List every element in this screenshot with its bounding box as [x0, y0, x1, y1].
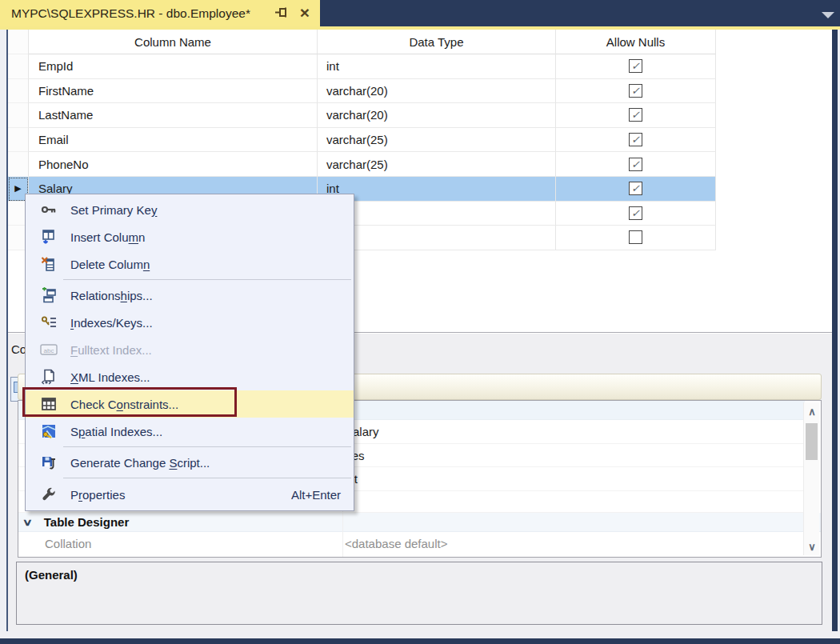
column-name-cell[interactable]: PhoneNo [29, 152, 318, 177]
frame-left-pad [0, 30, 6, 638]
menu-item-label: Insert Column [70, 230, 145, 244]
menu-item-label: XML Indexes... [70, 370, 150, 384]
allow-nulls-checkbox[interactable] [629, 230, 642, 244]
table-row[interactable]: Email varchar(25) ✓ [8, 128, 716, 153]
check-constraints-icon [35, 396, 62, 412]
scroll-down-icon[interactable]: ∨ [804, 539, 820, 554]
menu-item-properties[interactable]: Properties Alt+Enter [26, 480, 354, 509]
column-name-cell[interactable]: Email [29, 128, 318, 153]
allow-nulls-checkbox[interactable]: ✓ [629, 133, 642, 146]
menu-item-label: Delete Column [70, 258, 150, 271]
data-type-cell[interactable]: varchar(25) [318, 152, 556, 177]
properties-scrollbar[interactable]: ∧ ∨ [803, 402, 819, 555]
svg-text:abc: abc [44, 347, 54, 354]
row-gutter[interactable] [8, 128, 29, 153]
spatial-indexes-icon [35, 423, 62, 439]
header-allow-nulls[interactable]: Allow Nulls [556, 30, 716, 54]
allow-nulls-cell: ✓ [556, 54, 716, 79]
scrollbar-thumb[interactable] [806, 423, 818, 460]
relationships-icon [35, 287, 62, 303]
menu-item-set-primary-key[interactable]: Set Primary Key [26, 196, 354, 223]
indexes-keys-icon [35, 314, 62, 330]
context-menu: Set Primary Key Insert Column [25, 194, 354, 511]
ssms-table-designer-window: MYPC\SQLEXPRESS.HR - dbo.Employee* × Col… [0, 0, 840, 644]
chevron-down-icon[interactable] [822, 12, 834, 18]
check-icon: ✓ [631, 183, 640, 194]
check-icon: ✓ [631, 208, 640, 218]
column-name-cell[interactable]: FirstName [29, 79, 318, 104]
allow-nulls-cell: ✓ [556, 152, 716, 177]
scroll-up-icon[interactable]: ∧ [804, 404, 820, 418]
menu-item-insert-column[interactable]: Insert Column [26, 223, 354, 250]
row-gutter[interactable] [8, 54, 29, 79]
allow-nulls-checkbox[interactable]: ✓ [629, 206, 642, 220]
property-category-table-designer[interactable]: ∨ Table Designer [18, 513, 821, 532]
frame-bottom-pad [0, 631, 840, 638]
menu-item-delete-column[interactable]: Delete Column [26, 250, 354, 278]
row-gutter[interactable] [8, 79, 29, 104]
header-data-type[interactable]: Data Type [318, 30, 556, 54]
menu-item-spatial-indexes[interactable]: Spatial Indexes... [26, 418, 354, 445]
allow-nulls-checkbox[interactable]: ✓ [629, 108, 642, 122]
menu-item-label: Properties [70, 488, 125, 502]
chevron-down-icon[interactable]: ∨ [22, 517, 33, 528]
menu-separator [63, 478, 351, 478]
allow-nulls-checkbox[interactable]: ✓ [629, 84, 642, 98]
allow-nulls-cell: ✓ [556, 103, 716, 128]
check-icon: ✓ [631, 61, 640, 71]
insert-column-icon [35, 229, 62, 245]
document-tab-title: MYPC\SQLEXPRESS.HR - dbo.Employee* [11, 6, 250, 21]
menu-item-relationships[interactable]: Relationships... [26, 282, 354, 309]
table-row[interactable]: FirstName varchar(20) ✓ [8, 79, 716, 104]
table-row[interactable]: PhoneNo varchar(25) ✓ [8, 152, 716, 177]
menu-item-label: Fulltext Index... [70, 343, 152, 357]
menu-item-label: Check Constraints... [70, 398, 178, 411]
check-icon: ✓ [631, 110, 640, 120]
data-type-cell[interactable]: varchar(20) [318, 103, 556, 128]
table-row[interactable]: EmpId int ✓ [8, 54, 716, 79]
row-gutter[interactable] [8, 152, 29, 177]
menu-separator [63, 279, 351, 280]
menu-item-label: Indexes/Keys... [70, 316, 153, 330]
category-label: Table Designer [44, 515, 129, 529]
allow-nulls-cell: ✓ [556, 177, 716, 202]
allow-nulls-checkbox[interactable]: ✓ [629, 59, 642, 73]
document-tab[interactable]: MYPC\SQLEXPRESS.HR - dbo.Employee* [0, 0, 320, 26]
close-icon[interactable]: × [295, 2, 314, 23]
row-selector-icon: ▶ [14, 184, 21, 193]
property-value[interactable]: <database default> [345, 537, 447, 550]
allow-nulls-cell [556, 226, 716, 250]
data-type-cell[interactable]: varchar(25) [318, 128, 556, 153]
menu-item-xml-indexes[interactable]: XML Indexes... [26, 363, 354, 390]
check-icon: ✓ [631, 134, 640, 145]
column-name-cell[interactable]: LastName [29, 103, 318, 128]
fulltext-index-icon: abc [35, 342, 62, 357]
allow-nulls-cell: ✓ [556, 202, 716, 226]
menu-item-indexes-keys[interactable]: Indexes/Keys... [26, 309, 354, 336]
data-type-cell[interactable]: int [318, 54, 556, 79]
wrench-icon [35, 486, 62, 502]
property-description-box: (General) [16, 562, 822, 625]
menu-item-label: Generate Change Script... [70, 456, 210, 470]
allow-nulls-checkbox[interactable]: ✓ [629, 158, 642, 171]
pin-icon[interactable] [273, 5, 290, 22]
table-row[interactable]: LastName varchar(20) ✓ [8, 103, 716, 128]
menu-item-check-constraints[interactable]: Check Constraints... [26, 390, 354, 418]
row-gutter[interactable] [8, 103, 29, 128]
property-row-collation[interactable]: Collation <database default> [18, 532, 805, 554]
header-column-name[interactable]: Column Name [29, 30, 318, 54]
menu-item-label: Relationships... [70, 289, 153, 302]
menu-item-generate-change-script[interactable]: Generate Change Script... [26, 449, 354, 476]
primary-key-icon [35, 202, 62, 218]
data-type-cell[interactable]: varchar(20) [318, 79, 556, 104]
grid-header-row: Column Name Data Type Allow Nulls [8, 30, 716, 54]
menu-separator [63, 446, 351, 447]
property-label: Collation [45, 537, 91, 550]
menu-item-fulltext-index[interactable]: abc Fulltext Index... [26, 336, 354, 363]
column-name-cell[interactable]: EmpId [29, 54, 318, 79]
allow-nulls-checkbox[interactable]: ✓ [629, 182, 642, 195]
title-bar: MYPC\SQLEXPRESS.HR - dbo.Employee* × [0, 0, 840, 26]
frame-right-border [832, 30, 838, 638]
frame-bottom-border [0, 638, 840, 644]
menu-item-label: Spatial Indexes... [70, 425, 162, 438]
